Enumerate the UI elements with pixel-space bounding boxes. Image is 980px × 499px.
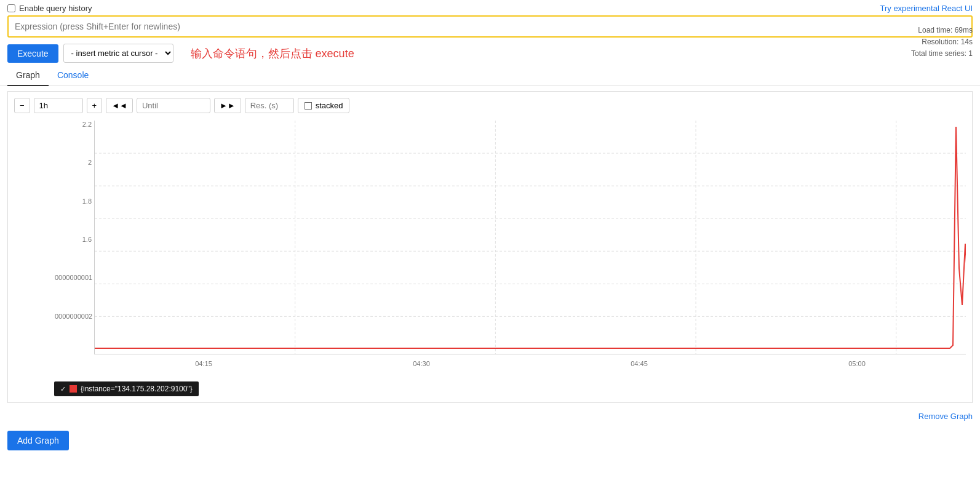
legend-item[interactable]: ✓ {instance="134.175.28.202:9100"} bbox=[54, 381, 199, 396]
enable-history-checkbox[interactable] bbox=[7, 4, 15, 12]
enable-history-label[interactable]: Enable query history bbox=[7, 4, 92, 13]
until-input[interactable] bbox=[137, 98, 210, 113]
chart-area: 2.2 2 1.8 1.6 0000000001 0000000002 04:1… bbox=[94, 121, 966, 354]
expression-input[interactable] bbox=[7, 15, 973, 38]
y-label-5: 0000000001 bbox=[55, 274, 92, 281]
zoom-out-button[interactable]: − bbox=[14, 98, 30, 113]
remove-graph-link[interactable]: Remove Graph bbox=[918, 412, 973, 421]
legend-checkmark: ✓ bbox=[60, 385, 66, 393]
zoom-in-button[interactable]: + bbox=[87, 98, 103, 113]
chart-svg bbox=[95, 121, 966, 354]
graph-controls: − + ◄◄ ►► stacked bbox=[14, 98, 966, 113]
stacked-checkbox-icon bbox=[305, 102, 312, 110]
resolution: Resolution: 14s bbox=[911, 36, 973, 48]
add-graph-button[interactable]: Add Graph bbox=[7, 431, 69, 450]
tab-graph[interactable]: Graph bbox=[7, 65, 49, 86]
bottom-actions: Remove Graph bbox=[0, 408, 980, 425]
x-label-2: 04:30 bbox=[413, 360, 430, 367]
legend-area: ✓ {instance="134.175.28.202:9100"} bbox=[54, 377, 966, 396]
stacked-button[interactable]: stacked bbox=[298, 98, 350, 113]
legend-color-swatch bbox=[70, 385, 77, 393]
footer-bar: Add Graph bbox=[0, 425, 980, 457]
y-label-4: 1.6 bbox=[55, 236, 92, 243]
instruction-text: 输入命令语句，然后点击 execute bbox=[191, 46, 354, 61]
time-range-input[interactable] bbox=[34, 98, 83, 113]
stacked-label: stacked bbox=[316, 101, 343, 110]
x-axis: 04:15 04:30 04:45 05:00 bbox=[95, 360, 966, 367]
y-label-2: 2 bbox=[55, 159, 92, 166]
tabs: Graph Console bbox=[0, 65, 980, 86]
load-time: Load time: 69ms bbox=[911, 25, 973, 36]
execute-button[interactable]: Execute bbox=[7, 44, 58, 63]
forward-button[interactable]: ►► bbox=[214, 98, 241, 113]
metric-selector[interactable]: - insert metric at cursor - bbox=[63, 44, 173, 63]
y-axis: 2.2 2 1.8 1.6 0000000001 0000000002 bbox=[55, 121, 92, 354]
back-button[interactable]: ◄◄ bbox=[106, 98, 133, 113]
x-label-1: 04:15 bbox=[195, 360, 212, 367]
x-label-3: 04:45 bbox=[631, 360, 648, 367]
stats-panel: Load time: 69ms Resolution: 14s Total ti… bbox=[911, 25, 973, 60]
top-bar: Enable query history Try experimental Re… bbox=[0, 0, 980, 15]
try-react-link[interactable]: Try experimental React UI bbox=[880, 4, 973, 13]
tab-console[interactable]: Console bbox=[49, 65, 97, 86]
resolution-input[interactable] bbox=[245, 98, 294, 113]
total-series: Total time series: 1 bbox=[911, 48, 973, 60]
y-label-1: 2.2 bbox=[55, 121, 92, 128]
expression-bar bbox=[0, 15, 980, 41]
graph-container: − + ◄◄ ►► stacked bbox=[7, 91, 973, 403]
y-label-3: 1.8 bbox=[55, 198, 92, 205]
x-label-4: 05:00 bbox=[848, 360, 866, 367]
legend-series-label: {instance="134.175.28.202:9100"} bbox=[81, 385, 193, 393]
y-label-6: 0000000002 bbox=[55, 313, 92, 320]
action-bar: Execute - insert metric at cursor - 输入命令… bbox=[0, 41, 980, 65]
